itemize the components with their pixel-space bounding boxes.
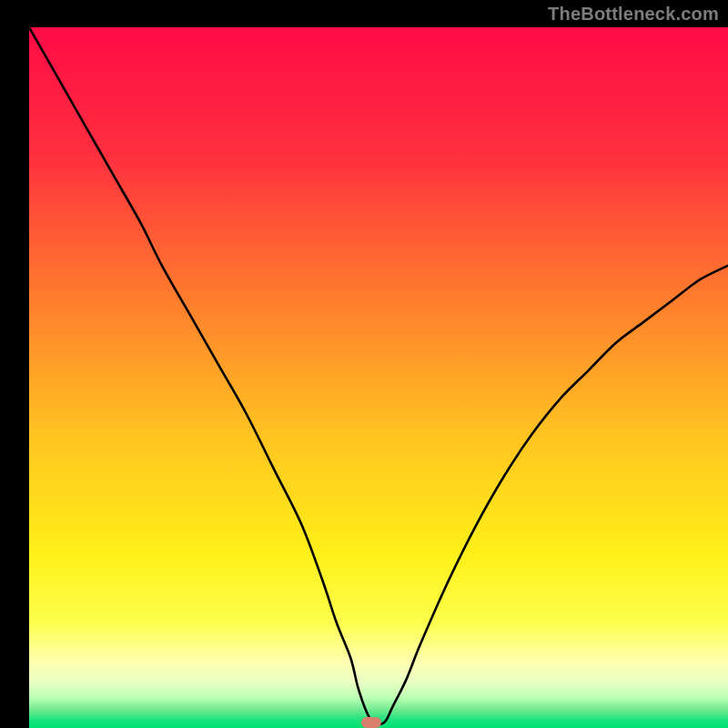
watermark-text: TheBottleneck.com: [548, 4, 719, 25]
bottleneck-curve: [29, 27, 728, 728]
chart-stage: TheBottleneck.com: [0, 0, 728, 728]
plot-area: [29, 27, 728, 728]
optimum-marker: [361, 717, 381, 728]
